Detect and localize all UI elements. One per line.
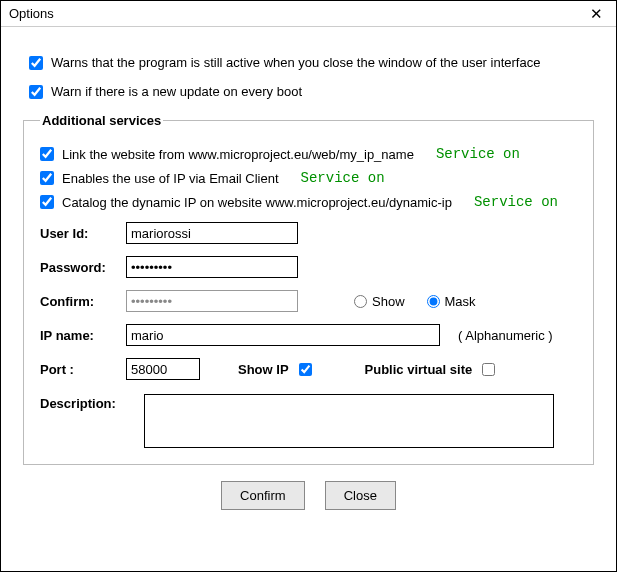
description-field[interactable]	[144, 394, 554, 448]
alphanumeric-hint: ( Alphanumeric )	[458, 328, 553, 343]
svc-link-website-row: Link the website from www.microproject.e…	[40, 146, 577, 162]
confirm-label: Confirm:	[40, 294, 126, 309]
svc-email-client-status: Service on	[301, 170, 385, 186]
window-title: Options	[9, 6, 54, 21]
ip-name-label: IP name:	[40, 328, 126, 343]
port-extras: Show IP Public virtual site	[238, 360, 498, 379]
mask-radio[interactable]	[427, 295, 440, 308]
warn-active-row: Warns that the program is still active w…	[29, 55, 594, 70]
public-virtual-site-checkbox[interactable]	[482, 363, 495, 376]
password-row: Password:	[40, 256, 577, 278]
confirm-row: Confirm: Show Mask	[40, 290, 577, 312]
svc-catalog-ip-status: Service on	[474, 194, 558, 210]
port-field[interactable]	[126, 358, 200, 380]
close-icon[interactable]: ✕	[584, 5, 608, 23]
port-row: Port : Show IP Public virtual site	[40, 358, 577, 380]
mask-radio-label[interactable]: Mask	[427, 294, 476, 309]
public-virtual-site-label: Public virtual site	[365, 362, 473, 377]
show-ip-label: Show IP	[238, 362, 289, 377]
svc-catalog-ip-checkbox[interactable]	[40, 195, 54, 209]
titlebar: Options ✕	[1, 1, 616, 27]
warn-active-checkbox[interactable]	[29, 56, 43, 70]
additional-services-group: Additional services Link the website fro…	[23, 113, 594, 465]
port-label: Port :	[40, 362, 126, 377]
confirm-button[interactable]: Confirm	[221, 481, 305, 510]
description-row: Description:	[40, 394, 577, 448]
group-legend: Additional services	[40, 113, 163, 128]
user-id-field[interactable]	[126, 222, 298, 244]
password-field[interactable]	[126, 256, 298, 278]
show-radio-label[interactable]: Show	[354, 294, 405, 309]
warn-active-label: Warns that the program is still active w…	[51, 55, 540, 70]
show-radio[interactable]	[354, 295, 367, 308]
dialog-buttons: Confirm Close	[23, 481, 594, 510]
dialog-body: Warns that the program is still active w…	[1, 27, 616, 522]
mask-radio-group: Show Mask	[354, 294, 494, 309]
options-dialog: Options ✕ Warns that the program is stil…	[0, 0, 617, 572]
svc-email-client-checkbox[interactable]	[40, 171, 54, 185]
show-ip-checkbox[interactable]	[299, 363, 312, 376]
ip-name-field[interactable]	[126, 324, 440, 346]
svc-catalog-ip-label: Catalog the dynamic IP on website www.mi…	[62, 195, 452, 210]
warn-update-row: Warn if there is a new update on every b…	[29, 84, 594, 99]
user-id-row: User Id:	[40, 222, 577, 244]
close-button[interactable]: Close	[325, 481, 396, 510]
confirm-field[interactable]	[126, 290, 298, 312]
svc-link-website-checkbox[interactable]	[40, 147, 54, 161]
svc-email-client-label: Enables the use of IP via Email Client	[62, 171, 279, 186]
description-label: Description:	[40, 394, 144, 448]
password-label: Password:	[40, 260, 126, 275]
ip-name-row: IP name: ( Alphanumeric )	[40, 324, 577, 346]
warn-update-label: Warn if there is a new update on every b…	[51, 84, 302, 99]
svc-catalog-ip-row: Catalog the dynamic IP on website www.mi…	[40, 194, 577, 210]
warn-update-checkbox[interactable]	[29, 85, 43, 99]
svc-link-website-label: Link the website from www.microproject.e…	[62, 147, 414, 162]
user-id-label: User Id:	[40, 226, 126, 241]
svc-email-client-row: Enables the use of IP via Email Client S…	[40, 170, 577, 186]
svc-link-website-status: Service on	[436, 146, 520, 162]
